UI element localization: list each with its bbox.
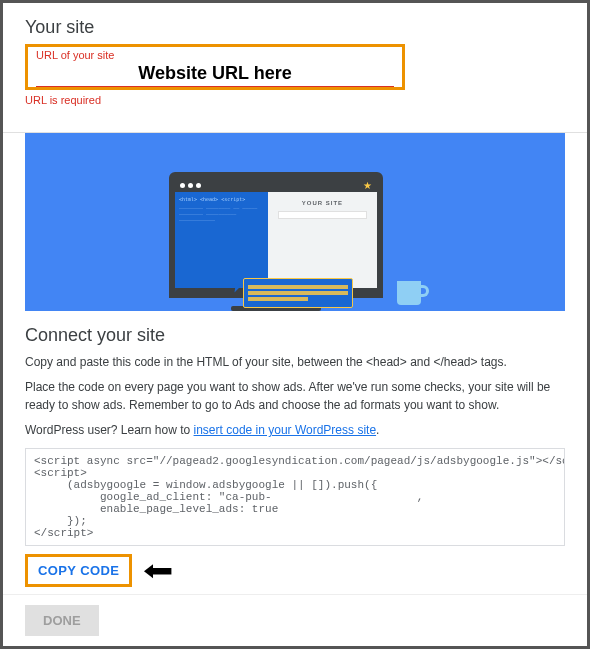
callout-line bbox=[248, 297, 308, 301]
connect-para-2: Place the code on every page you want to… bbox=[25, 379, 565, 414]
preview-pane: YOUR SITE bbox=[268, 192, 377, 288]
screen-body: <html> <head> <script> ________ ________… bbox=[175, 192, 377, 288]
window-dot-icon bbox=[180, 183, 185, 188]
ad-callout bbox=[243, 278, 353, 308]
connect-para-3b: . bbox=[376, 423, 379, 437]
window-dot-icon bbox=[188, 183, 193, 188]
connect-para-3a: WordPress user? Learn how to bbox=[25, 423, 194, 437]
star-icon: ★ bbox=[363, 180, 372, 191]
connect-para-1: Copy and paste this code in the HTML of … bbox=[25, 354, 565, 371]
hero-illustration: ★ <html> <head> <script> ________ ______… bbox=[25, 133, 565, 311]
monitor-screen: ★ <html> <head> <script> ________ ______… bbox=[169, 172, 383, 298]
code-pane: <html> <head> <script> ________ ________… bbox=[175, 192, 268, 288]
preview-label: YOUR SITE bbox=[276, 200, 369, 206]
dialog-footer: DONE bbox=[3, 594, 587, 646]
preview-bar bbox=[278, 211, 367, 219]
code-snippet-box[interactable]: <script async src="//pagead2.googlesyndi… bbox=[25, 448, 565, 546]
url-label: URL of your site bbox=[36, 49, 394, 61]
mug-handle bbox=[419, 285, 429, 297]
browser-titlebar: ★ bbox=[175, 178, 377, 192]
monitor-graphic: ★ <html> <head> <script> ________ ______… bbox=[169, 172, 383, 311]
done-button[interactable]: DONE bbox=[25, 605, 99, 636]
arrow-left-icon: ⬅ bbox=[143, 554, 173, 587]
connect-section: Connect your site Copy and paste this co… bbox=[3, 311, 587, 601]
url-error-text: URL is required bbox=[25, 94, 565, 106]
copy-row: COPY CODE ⬅ bbox=[25, 554, 565, 587]
copy-code-button[interactable]: COPY CODE bbox=[25, 554, 132, 587]
connect-para-3: WordPress user? Learn how to insert code… bbox=[25, 422, 565, 439]
url-input[interactable] bbox=[36, 61, 394, 87]
your-site-section: Your site URL of your site URL is requir… bbox=[3, 3, 587, 120]
mug-body bbox=[397, 281, 421, 305]
adsense-setup-dialog: Your site URL of your site URL is requir… bbox=[3, 3, 587, 646]
callout-line bbox=[248, 291, 348, 295]
window-dot-icon bbox=[196, 183, 201, 188]
url-field-highlight: URL of your site bbox=[25, 44, 405, 90]
connect-heading: Connect your site bbox=[25, 325, 565, 346]
wordpress-help-link[interactable]: insert code in your WordPress site bbox=[194, 423, 377, 437]
callout-line bbox=[248, 285, 348, 289]
your-site-heading: Your site bbox=[25, 17, 565, 38]
mug-graphic bbox=[397, 281, 421, 305]
